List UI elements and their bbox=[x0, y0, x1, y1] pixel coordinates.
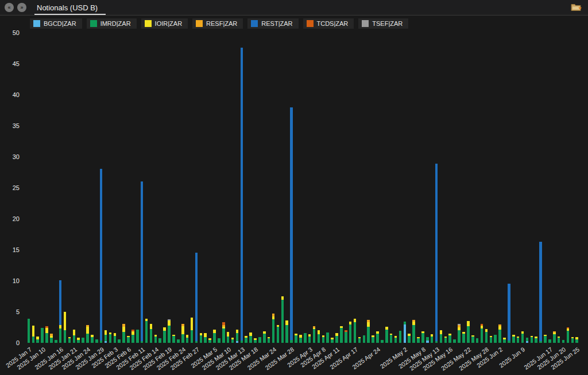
bar-2025-jan-29[interactable] bbox=[99, 33, 103, 343]
bar-2025-apr-10[interactable] bbox=[330, 33, 335, 343]
tab-notionals[interactable]: Notionals (USD B) bbox=[34, 0, 106, 15]
bar-2025-apr-8[interactable] bbox=[321, 33, 326, 343]
bar-2025-jan-21[interactable] bbox=[72, 33, 76, 343]
bar-2025-mar-10[interactable] bbox=[226, 33, 230, 343]
bar-2025-may-20[interactable] bbox=[457, 33, 462, 343]
bar-2025-may-5[interactable] bbox=[407, 33, 412, 343]
bar-2025-mar-3[interactable] bbox=[203, 33, 208, 343]
bar-2025-apr-29[interactable] bbox=[389, 33, 393, 343]
bar-2025-apr-24[interactable] bbox=[376, 33, 380, 343]
bar-2025-apr-9[interactable] bbox=[326, 33, 330, 343]
bar-2025-mar-13[interactable] bbox=[239, 33, 244, 343]
bar-2025-jan-14[interactable] bbox=[49, 33, 53, 343]
bar-2025-jun-25[interactable] bbox=[575, 33, 579, 343]
bar-2025-may-28[interactable] bbox=[484, 33, 489, 343]
bar-2025-jun-23[interactable] bbox=[566, 33, 570, 343]
bar-2025-mar-28[interactable] bbox=[289, 33, 294, 343]
bar-2025-may-30[interactable] bbox=[493, 33, 498, 343]
bar-2025-jan-27[interactable] bbox=[90, 33, 94, 343]
bar-2025-mar-5[interactable] bbox=[212, 33, 217, 343]
bar-2025-jun-24[interactable] bbox=[570, 33, 575, 343]
bar-2025-may-22[interactable] bbox=[466, 33, 470, 343]
bar-2025-jan-31[interactable] bbox=[108, 33, 113, 343]
bar-2025-apr-21[interactable] bbox=[362, 33, 366, 343]
bar-2025-feb-4[interactable] bbox=[117, 33, 122, 343]
bar-2025-mar-24[interactable] bbox=[271, 33, 276, 343]
bar-2025-jan-17[interactable] bbox=[63, 33, 67, 343]
bar-2025-apr-7[interactable] bbox=[316, 33, 321, 343]
bar-2025-feb-19[interactable] bbox=[167, 33, 172, 343]
forward-button[interactable]: » bbox=[17, 3, 26, 12]
bar-2025-apr-15[interactable] bbox=[343, 33, 348, 343]
bar-2025-may-21[interactable] bbox=[462, 33, 466, 343]
bar-2025-jun-19[interactable] bbox=[556, 33, 561, 343]
bar-2025-apr-28[interactable] bbox=[384, 33, 389, 343]
bar-2025-jun-11[interactable] bbox=[529, 33, 534, 343]
bar-2025-may-15[interactable] bbox=[443, 33, 448, 343]
bar-2025-jan-9[interactable] bbox=[36, 33, 40, 343]
bar-2025-apr-16[interactable] bbox=[348, 33, 353, 343]
bar-2025-mar-14[interactable] bbox=[244, 33, 249, 343]
bar-2025-jan-30[interactable] bbox=[103, 33, 108, 343]
bar-2025-jun-12[interactable] bbox=[534, 33, 539, 343]
bar-2025-feb-3[interactable] bbox=[113, 33, 117, 343]
bar-2025-mar-11[interactable] bbox=[230, 33, 235, 343]
bar-2025-jan-20[interactable] bbox=[67, 33, 72, 343]
bar-2025-mar-4[interactable] bbox=[208, 33, 212, 343]
bar-2025-feb-18[interactable] bbox=[163, 33, 167, 343]
bar-2025-apr-18[interactable] bbox=[357, 33, 362, 343]
legend-item-imrd[interactable]: IMRD|ZAR bbox=[87, 18, 137, 29]
bar-2025-may-13[interactable] bbox=[434, 33, 439, 343]
bar-2025-mar-17[interactable] bbox=[249, 33, 253, 343]
bar-2025-feb-17[interactable] bbox=[158, 33, 163, 343]
bar-2025-jan-28[interactable] bbox=[94, 33, 99, 343]
folder-icon[interactable] bbox=[571, 2, 582, 13]
bar-2025-may-23[interactable] bbox=[470, 33, 475, 343]
bar-2025-feb-24[interactable] bbox=[180, 33, 185, 343]
bar-2025-may-7[interactable] bbox=[416, 33, 421, 343]
bar-2025-may-12[interactable] bbox=[430, 33, 434, 343]
bar-2025-feb-26[interactable] bbox=[189, 33, 194, 343]
bar-2025-apr-22[interactable] bbox=[366, 33, 371, 343]
bar-2025-may-26[interactable] bbox=[475, 33, 479, 343]
bar-2025-may-27[interactable] bbox=[479, 33, 484, 343]
bar-2025-jan-7[interactable] bbox=[26, 33, 31, 343]
bar-2025-jun-16[interactable] bbox=[543, 33, 548, 343]
bar-2025-apr-11[interactable] bbox=[335, 33, 339, 343]
bar-2025-mar-21[interactable] bbox=[266, 33, 271, 343]
bar-2025-mar-18[interactable] bbox=[253, 33, 258, 343]
bar-2025-jan-10[interactable] bbox=[40, 33, 45, 343]
bar-2025-jan-8[interactable] bbox=[31, 33, 36, 343]
bar-2025-apr-4[interactable] bbox=[312, 33, 316, 343]
bar-2025-mar-26[interactable] bbox=[280, 33, 285, 343]
bar-2025-jan-23[interactable] bbox=[81, 33, 86, 343]
legend-item-rest[interactable]: REST|ZAR bbox=[247, 18, 298, 29]
bar-2025-mar-25[interactable] bbox=[276, 33, 280, 343]
bar-2025-may-29[interactable] bbox=[489, 33, 493, 343]
bar-2025-jun-9[interactable] bbox=[520, 33, 525, 343]
legend-item-tsef[interactable]: TSEF|ZAR bbox=[358, 18, 408, 29]
bar-2025-jan-15[interactable] bbox=[53, 33, 58, 343]
bar-2025-apr-23[interactable] bbox=[371, 33, 376, 343]
bar-2025-feb-21[interactable] bbox=[176, 33, 180, 343]
bar-2025-mar-7[interactable] bbox=[221, 33, 226, 343]
legend-item-tcds[interactable]: TCDS|ZAR bbox=[303, 18, 354, 29]
bar-2025-feb-20[interactable] bbox=[172, 33, 176, 343]
bar-2025-may-2[interactable] bbox=[403, 33, 407, 343]
bar-2025-apr-1[interactable] bbox=[298, 33, 303, 343]
bar-2025-jan-24[interactable] bbox=[86, 33, 90, 343]
bar-2025-jan-22[interactable] bbox=[76, 33, 81, 343]
bar-2025-feb-14[interactable] bbox=[153, 33, 158, 343]
bar-2025-jan-13[interactable] bbox=[45, 33, 49, 343]
bar-2025-may-8[interactable] bbox=[420, 33, 425, 343]
bar-2025-feb-25[interactable] bbox=[185, 33, 189, 343]
bar-2025-feb-27[interactable] bbox=[194, 33, 199, 343]
bar-2025-apr-14[interactable] bbox=[339, 33, 343, 343]
bar-2025-may-6[interactable] bbox=[412, 33, 416, 343]
bar-2025-mar-31[interactable] bbox=[294, 33, 299, 343]
bar-2025-jun-17[interactable] bbox=[547, 33, 552, 343]
bar-2025-feb-10[interactable] bbox=[135, 33, 140, 343]
bar-2025-apr-25[interactable] bbox=[380, 33, 384, 343]
bar-2025-feb-12[interactable] bbox=[144, 33, 149, 343]
bar-2025-feb-7[interactable] bbox=[130, 33, 135, 343]
